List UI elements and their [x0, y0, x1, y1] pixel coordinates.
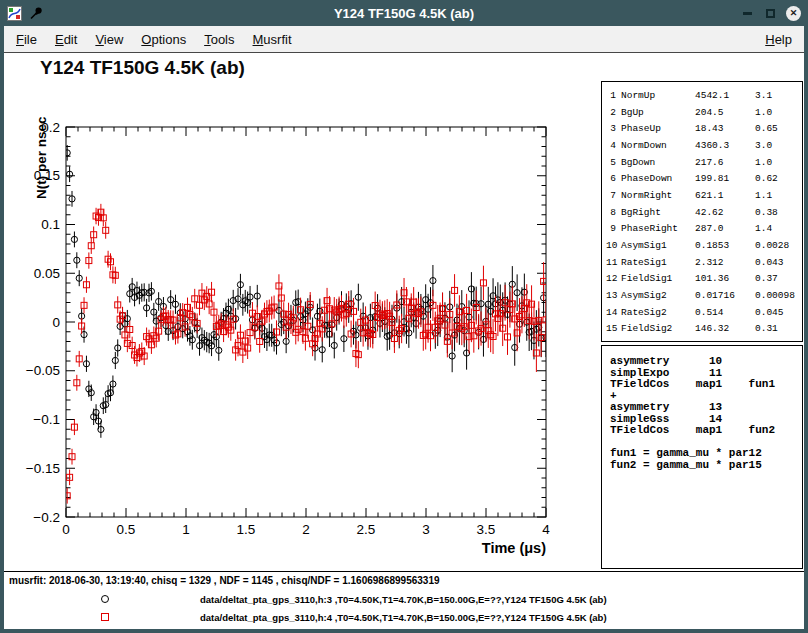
menu-item-view[interactable]: View — [86, 27, 132, 52]
legend-row-run4: data/deltat_pta_gps_3110,h:4 ,T0=4.50K,T… — [4, 610, 804, 626]
menubar: File Edit View Options Tools Musrfit Hel… — [4, 26, 804, 53]
param-name: NormRight — [621, 190, 695, 201]
param-name: NormDown — [621, 140, 695, 151]
param-index: 12 — [606, 273, 621, 284]
x-tick-label: 0.5 — [117, 522, 136, 537]
param-index: 10 — [606, 240, 621, 251]
param-index: 7 — [606, 190, 621, 201]
param-error: 0.31 — [755, 323, 802, 334]
theory-line: fun2 = gamma_mu * par15 — [610, 460, 796, 472]
param-index: 15 — [606, 323, 621, 334]
param-row: 7 NormRight 621.1 1.1 — [606, 187, 802, 204]
param-row: 6 PhaseDown 199.81 0.62 — [606, 170, 802, 187]
param-value: 101.36 — [695, 273, 755, 284]
pin-icon[interactable] — [28, 6, 43, 21]
param-row: 14 RateSig2 0.514 0.045 — [606, 304, 802, 321]
param-row: 3 PhaseUp 18.43 0.65 — [606, 120, 802, 137]
param-error: 0.65 — [755, 123, 802, 134]
x-tick-label: 3 — [422, 522, 430, 537]
param-value: 4542.1 — [695, 90, 755, 101]
param-index: 4 — [606, 140, 621, 151]
param-row: 9 PhaseRight 287.0 1.4 — [606, 221, 802, 238]
param-error: 1.0 — [755, 107, 802, 118]
param-error: 1.4 — [755, 223, 802, 234]
legend-row-run3: data/deltat_pta_gps_3110,h:3 ,T0=4.50K,T… — [4, 592, 804, 608]
app-icon — [7, 6, 22, 21]
param-index: 9 — [606, 223, 621, 234]
param-error: 1.0 — [755, 157, 802, 168]
footer-separator — [4, 571, 804, 572]
param-name: FieldSig1 — [621, 273, 695, 284]
menu-item-file[interactable]: File — [7, 27, 46, 52]
musrfit-plot-window: Y124 TF150G 4.5K (ab) ✕ File Edit View O… — [0, 0, 808, 633]
titlebar[interactable]: Y124 TF150G 4.5K (ab) ✕ — [0, 0, 808, 26]
y-tick-label: −0.1 — [33, 412, 60, 427]
param-error: 0.00098 — [755, 290, 802, 301]
fit-info-line: musrfit: 2018-06-30, 13:19:40, chisq = 1… — [9, 575, 440, 586]
param-index: 14 — [606, 307, 621, 318]
param-name: BgRight — [621, 207, 695, 218]
param-value: 146.32 — [695, 323, 755, 334]
y-tick-label: 0.1 — [41, 217, 60, 232]
x-tick-label: 3.5 — [477, 522, 496, 537]
menu-item-musrfit[interactable]: Musrfit — [244, 27, 301, 52]
param-error: 0.38 — [755, 207, 802, 218]
param-value: 2.312 — [695, 257, 755, 268]
param-error: 0.045 — [755, 307, 802, 318]
param-value: 0.01716 — [695, 290, 755, 301]
y-tick-label: −0.15 — [26, 461, 60, 476]
param-value: 287.0 — [695, 223, 755, 234]
param-name: PhaseRight — [621, 223, 695, 234]
maximize-button[interactable] — [763, 6, 778, 21]
param-error: 1.1 — [755, 190, 802, 201]
x-tick-label: 1.5 — [237, 522, 256, 537]
theory-line: fun1 = gamma_mu * par12 — [610, 448, 796, 460]
close-icon: ✕ — [790, 9, 798, 18]
param-name: RateSig2 — [621, 307, 695, 318]
menu-item-tools[interactable]: Tools — [195, 27, 243, 52]
param-error: 0.043 — [755, 257, 802, 268]
param-name: FieldSig2 — [621, 323, 695, 334]
param-value: 18.43 — [695, 123, 755, 134]
param-row: 15 FieldSig2 146.32 0.31 — [606, 321, 802, 338]
param-name: AsymSig2 — [621, 290, 695, 301]
menu-item-help[interactable]: Help — [756, 27, 801, 52]
x-tick-label: 1 — [182, 522, 190, 537]
menu-item-options[interactable]: Options — [132, 27, 195, 52]
param-row: 11 RateSig1 2.312 0.043 — [606, 254, 802, 271]
param-error: 3.1 — [755, 90, 802, 101]
param-row: 12 FieldSig1 101.36 0.37 — [606, 271, 802, 288]
param-index: 8 — [606, 207, 621, 218]
param-row: 2 BgUp 204.5 1.0 — [606, 104, 802, 121]
param-index: 1 — [606, 90, 621, 101]
theory-box: asymmetry 10 simplExpo 11 TFieldCos map1… — [601, 345, 803, 569]
x-tick-label: 2 — [302, 522, 310, 537]
param-value: 0.514 — [695, 307, 755, 318]
legend-label-run3: data/deltat_pta_gps_3110,h:3 ,T0=4.50K,T… — [200, 594, 607, 605]
param-row: 8 BgRight 42.62 0.38 — [606, 204, 802, 221]
param-name: BgDown — [621, 157, 695, 168]
param-index: 3 — [606, 123, 621, 134]
param-value: 0.1853 — [695, 240, 755, 251]
y-axis-title: N(t) per nsec — [34, 116, 49, 199]
param-name: PhaseDown — [621, 173, 695, 184]
maximize-icon — [766, 9, 775, 18]
close-button[interactable]: ✕ — [786, 6, 801, 21]
window-title: Y124 TF150G 4.5K (ab) — [0, 6, 808, 21]
theory-line: TFieldCos map1 fun1 — [610, 379, 796, 391]
param-row: 1 NormUp 4542.1 3.1 — [606, 87, 802, 104]
menu-item-edit[interactable]: Edit — [46, 27, 86, 52]
param-row: 5 BgDown 217.6 1.0 — [606, 154, 802, 171]
theory-line: asymmetry 13 — [610, 402, 796, 414]
param-value: 199.81 — [695, 173, 755, 184]
theory-line: asymmetry 10 — [610, 356, 796, 368]
musr-plot-canvas[interactable]: 00.511.522.533.54−0.2−0.15−0.1−0.0500.05… — [4, 53, 604, 629]
param-value: 621.1 — [695, 190, 755, 201]
minimize-icon — [743, 12, 752, 15]
param-row: 4 NormDown 4360.3 3.0 — [606, 137, 802, 154]
param-row: 10 AsymSig1 0.1853 0.0028 — [606, 237, 802, 254]
minimize-button[interactable] — [740, 6, 755, 21]
param-row: 13 AsymSig2 0.01716 0.00098 — [606, 287, 802, 304]
x-tick-label: 0 — [62, 522, 70, 537]
param-index: 6 — [606, 173, 621, 184]
